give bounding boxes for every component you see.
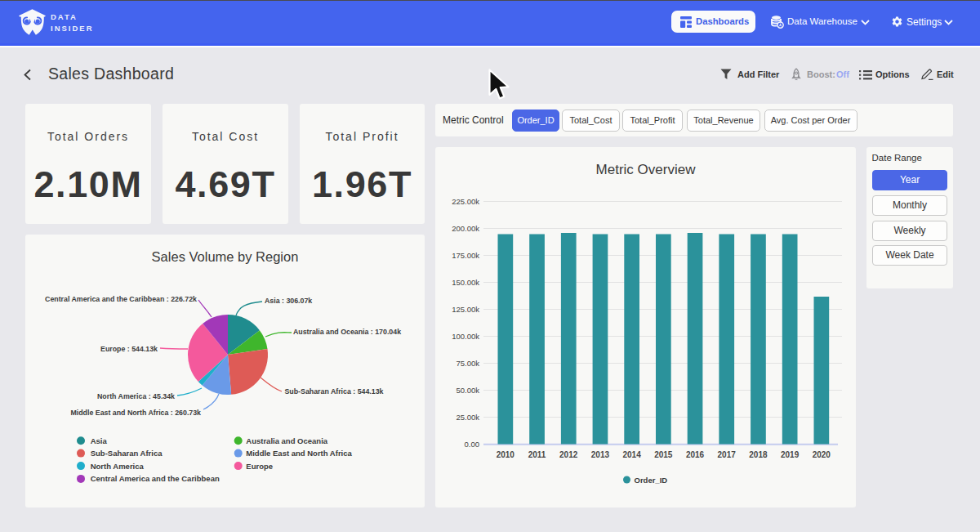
svg-text:2016: 2016 xyxy=(686,450,705,459)
svg-text:Sub-Saharan Africa: Sub-Saharan Africa xyxy=(91,449,163,458)
svg-text:Asia : 306.07k: Asia : 306.07k xyxy=(265,297,312,305)
svg-text:Europe: Europe xyxy=(246,462,273,471)
svg-text:Central America and the Caribb: Central America and the Caribbean : 226.… xyxy=(45,295,197,303)
svg-text:Central America and the Caribb: Central America and the Caribbean xyxy=(91,474,220,483)
svg-text:2014: 2014 xyxy=(622,450,641,459)
svg-text:North America : 45.34k: North America : 45.34k xyxy=(97,392,175,400)
svg-text:2015: 2015 xyxy=(654,450,673,459)
svg-text:2019: 2019 xyxy=(781,450,800,459)
svg-text:25.00k: 25.00k xyxy=(456,413,479,422)
svg-text:Australia and Oceania : 170.04: Australia and Oceania : 170.04k xyxy=(293,328,401,336)
svg-text:Australia and Oceania: Australia and Oceania xyxy=(246,436,328,445)
svg-text:2011: 2011 xyxy=(528,450,546,459)
svg-text:2017: 2017 xyxy=(718,450,737,459)
svg-text:200.00k: 200.00k xyxy=(452,224,479,233)
svg-text:2018: 2018 xyxy=(749,450,768,459)
svg-text:North America: North America xyxy=(91,462,145,471)
svg-text:Middle East and North Africa: Middle East and North Africa xyxy=(246,449,352,458)
svg-text:2010: 2010 xyxy=(497,450,515,459)
svg-text:2020: 2020 xyxy=(813,450,831,459)
svg-text:2013: 2013 xyxy=(591,450,610,459)
svg-text:0.00: 0.00 xyxy=(465,440,480,449)
svg-text:100.00k: 100.00k xyxy=(452,332,479,341)
svg-text:2012: 2012 xyxy=(559,450,578,459)
svg-text:175.00k: 175.00k xyxy=(452,251,479,260)
svg-text:Sub-Saharan Africa : 544.13k: Sub-Saharan Africa : 544.13k xyxy=(285,387,384,396)
svg-text:Order_ID: Order_ID xyxy=(635,476,668,485)
svg-text:75.00k: 75.00k xyxy=(456,359,479,368)
svg-text:125.00k: 125.00k xyxy=(452,305,479,314)
svg-text:Middle East and North Africa :: Middle East and North Africa : 260.73k xyxy=(70,409,201,417)
svg-text:150.00k: 150.00k xyxy=(452,278,479,287)
svg-text:Europe : 544.13k: Europe : 544.13k xyxy=(100,345,158,353)
svg-text:50.00k: 50.00k xyxy=(456,386,479,395)
svg-text:Asia: Asia xyxy=(91,436,108,445)
svg-text:225.00k: 225.00k xyxy=(452,197,479,206)
